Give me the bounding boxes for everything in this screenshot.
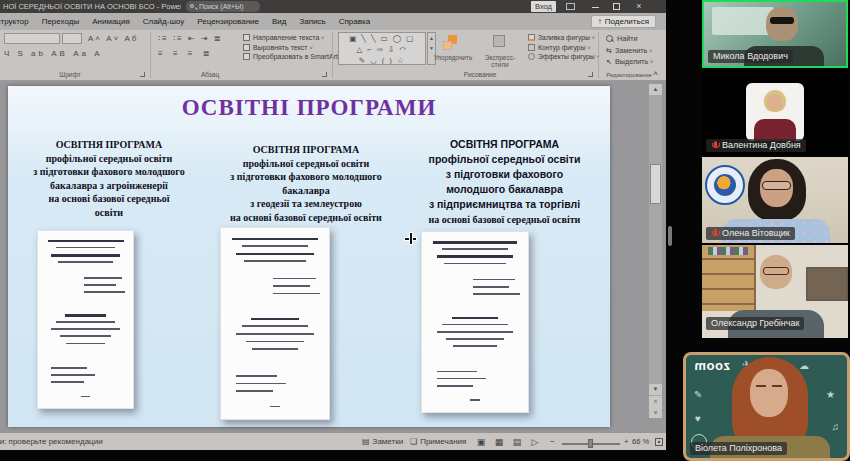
search-box[interactable]: Поиск (Alt+Ы) xyxy=(186,1,260,12)
video-tile-5[interactable]: zoom ✈ ☁ ★ ✎ ♥ ♫ Віолета Поліхронова xyxy=(683,352,850,461)
video-tile-2[interactable]: Валентина Довбня xyxy=(702,70,848,155)
document-text-line xyxy=(444,263,505,265)
align-text-button[interactable]: Выровнять текст xyxy=(243,44,343,51)
glasses xyxy=(763,267,789,275)
comments-button[interactable]: ❏ Примечания xyxy=(410,437,466,446)
tab-slideshow[interactable]: Слайд-шоу xyxy=(143,17,184,26)
shape-outline-button[interactable]: Контур фигуры xyxy=(528,44,600,51)
minimize-button[interactable] xyxy=(592,7,599,8)
zoom-slider-thumb[interactable] xyxy=(588,439,593,448)
zoom-out-button[interactable]: − xyxy=(550,437,555,446)
ribbon-tabs-row: Конструктор Переходы Анимация Слайд-шоу … xyxy=(0,13,666,30)
align-buttons[interactable]: ≡ ≡ ≡ ≣ xyxy=(158,49,213,58)
tab-record[interactable]: Запись xyxy=(299,17,325,26)
slide-sorter-view-button[interactable]: ▦ xyxy=(492,436,506,448)
notes-button[interactable]: ▤ Заметки xyxy=(362,437,403,446)
program-text-trade[interactable]: ОСВІТНЯ ПРОГРАМА профільної середньої ос… xyxy=(399,137,610,227)
list-indent-buttons[interactable]: ∶≡ ∶≡ ⇤ ⇥ ≣ xyxy=(158,34,223,43)
editing-group-label: Редактирование xyxy=(596,72,662,78)
document-text-line xyxy=(51,381,83,383)
zoom-meeting-screen: НОЇ СЕРЕДНЬОЇ ОСВІТИ НА ОСНОВІ БСО - Pow… xyxy=(0,0,850,461)
smartart-button[interactable]: Преобразовать в SmartArt xyxy=(243,53,343,60)
document-text-line xyxy=(81,396,91,398)
document-text-line xyxy=(251,318,299,321)
shape-effects-button[interactable]: Эффекты фигуры xyxy=(528,53,600,60)
tab-help[interactable]: Справка xyxy=(339,17,370,26)
doodle-pencil-icon: ✎ xyxy=(694,389,702,400)
collapse-ribbon-icon[interactable]: ˄ xyxy=(653,69,658,78)
shapes-row-3[interactable]: ✎ ◡ ( ) ☆ xyxy=(339,55,425,65)
close-button[interactable]: × xyxy=(630,0,648,13)
ribbon-display-options-icon[interactable] xyxy=(566,3,575,10)
profile-photo xyxy=(746,83,804,141)
document-text-line xyxy=(437,331,513,333)
select-button[interactable]: ↖ Выделить xyxy=(606,57,653,66)
slide-title[interactable]: ОСВІТНІ ПРОГРАМИ xyxy=(8,95,610,121)
shapes-gallery[interactable]: ▣ ╲ ╲ ▭ ◯ ▢ △ ⌐ ⇨ ⇩ ◠ ✎ ◡ ( ) ☆ xyxy=(338,32,426,65)
shapes-row-1[interactable]: ▣ ╲ ╲ ▭ ◯ ▢ xyxy=(339,33,425,44)
zoom-in-button[interactable]: + xyxy=(624,437,629,446)
scrollbar-thumb[interactable] xyxy=(650,164,661,204)
normal-view-button[interactable]: ▣ xyxy=(474,436,488,448)
participant-name-label: Валентина Довбня xyxy=(706,139,806,152)
drawing-dialog-launcher-icon[interactable] xyxy=(588,72,593,77)
panel-resize-handle[interactable] xyxy=(668,226,672,246)
document-thumbnail-1[interactable] xyxy=(37,230,134,409)
shape-fill-button[interactable]: Заливка фигуры xyxy=(528,34,600,41)
shape-fill-icon xyxy=(528,34,535,41)
font-style-buttons[interactable]: Ч S ab АВ Aa А xyxy=(4,49,102,58)
scroll-up-button[interactable]: ▲ xyxy=(649,84,662,95)
font-dialog-launcher-icon[interactable] xyxy=(140,72,145,77)
tab-view[interactable]: Вид xyxy=(272,17,286,26)
doodle-heart-icon: ♥ xyxy=(695,413,701,424)
person-avatar xyxy=(750,369,788,417)
tab-design[interactable]: Конструктор xyxy=(0,17,29,26)
scroll-down-button[interactable]: ▼ xyxy=(649,384,662,395)
video-tile-3[interactable]: Олена Вітовщик xyxy=(702,157,848,243)
sign-in-button[interactable]: Вход xyxy=(531,1,556,12)
shapes-row-2[interactable]: △ ⌐ ⇨ ⇩ ◠ xyxy=(339,44,425,55)
previous-slide-button[interactable]: « xyxy=(649,396,662,407)
tab-animations[interactable]: Анимация xyxy=(92,17,130,26)
document-text-line xyxy=(60,335,111,337)
accessibility-status[interactable]: Специальные возможности: проверьте реком… xyxy=(0,437,170,446)
document-text-line xyxy=(473,293,520,295)
program-text-agro[interactable]: ОСВІТНЯ ПРОГРАМА профільної середньої ос… xyxy=(10,138,208,219)
document-text-line xyxy=(244,260,307,262)
zoom-level[interactable]: 66 % xyxy=(632,437,649,446)
fit-slide-to-window-icon[interactable] xyxy=(655,438,663,446)
tab-transitions[interactable]: Переходы xyxy=(42,17,80,26)
sunglasses xyxy=(770,17,794,24)
select-icon: ↖ xyxy=(606,57,612,66)
window-title: НОЇ СЕРЕДНЬОЇ ОСВІТИ НА ОСНОВІ БСО - Pow… xyxy=(3,2,181,11)
search-placeholder: Поиск (Alt+Ы) xyxy=(199,3,243,10)
background-window xyxy=(712,7,774,35)
slide-canvas[interactable]: ОСВІТНІ ПРОГРАМИ ОСВІТНЯ ПРОГРАМА профіл… xyxy=(8,86,610,427)
document-text-line xyxy=(236,390,273,392)
document-thumbnail-2[interactable] xyxy=(220,227,330,420)
text-direction-button[interactable]: Направление текста xyxy=(243,34,343,41)
next-slide-button[interactable]: « xyxy=(649,407,662,418)
reading-view-button[interactable]: ▤ xyxy=(510,436,524,448)
status-bar: Специальные возможности: проверьте реком… xyxy=(0,432,666,450)
font-name-combo[interactable] xyxy=(4,33,60,44)
document-text-line xyxy=(84,284,116,286)
paragraph-dialog-launcher-icon[interactable] xyxy=(322,72,327,77)
vertical-scrollbar[interactable]: ▲ ▼ « « xyxy=(649,84,662,418)
share-button[interactable]: ↑ Поделиться xyxy=(591,15,656,28)
restore-button[interactable] xyxy=(613,3,620,10)
tab-review[interactable]: Рецензирование xyxy=(197,17,259,26)
replace-button[interactable]: ⇆ Заменить xyxy=(606,46,653,55)
video-tile-4[interactable]: Олександр Гребінчак xyxy=(702,245,848,338)
document-thumbnail-3[interactable] xyxy=(421,231,529,413)
document-text-line xyxy=(437,385,473,387)
align-text-icon xyxy=(243,44,250,51)
participant-name-label: Микола Вдодович xyxy=(708,50,793,63)
find-button[interactable]: Найти xyxy=(606,34,653,43)
video-tile-1-active-speaker[interactable]: Микола Вдодович xyxy=(702,0,848,68)
font-size-combo[interactable] xyxy=(62,33,82,44)
program-text-geodesy[interactable]: ОСВІТНЯ ПРОГРАМА профільної середньої ос… xyxy=(200,143,412,224)
font-size-buttons[interactable]: А˄ А˅ Аб xyxy=(88,34,138,43)
document-text-line xyxy=(273,285,310,287)
slideshow-view-button[interactable]: ▷ xyxy=(528,436,542,448)
